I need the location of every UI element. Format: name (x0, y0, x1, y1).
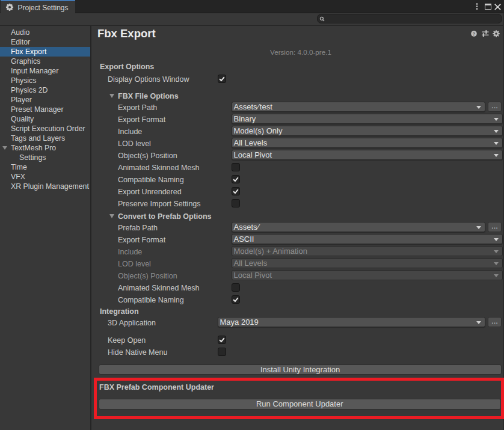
svg-text:?: ? (473, 32, 475, 36)
